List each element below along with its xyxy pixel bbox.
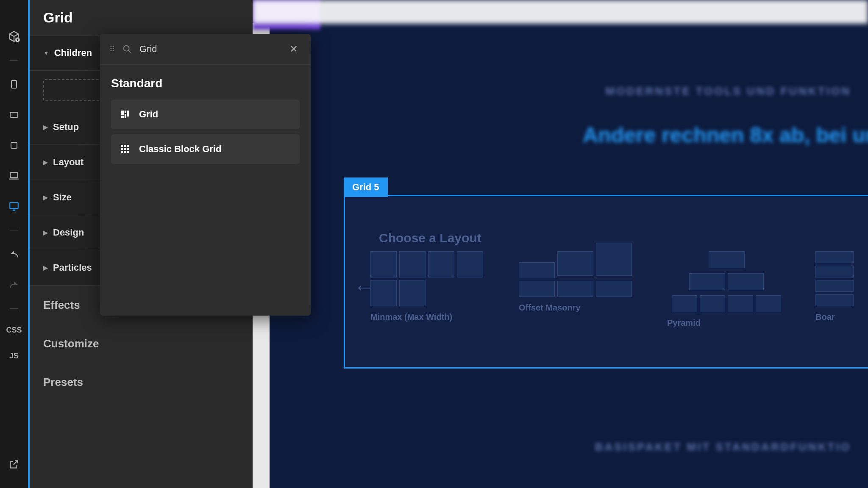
search-input[interactable] (139, 44, 278, 55)
canvas-blur-text: BASISPAKET MIT STANDARDFUNKTIO (595, 441, 851, 454)
canvas-bg-topbar (253, 0, 868, 24)
close-icon[interactable]: ✕ (286, 42, 301, 57)
svg-rect-16 (124, 148, 126, 150)
svg-rect-20 (127, 151, 129, 153)
rail-separator (10, 230, 18, 230)
rail-separator (10, 60, 18, 61)
layout-name: Pyramid (667, 318, 786, 328)
layout-name: Minmax (Max Width) (370, 312, 489, 322)
section-label: Setup (53, 122, 79, 133)
svg-rect-13 (124, 145, 126, 147)
selected-element-outline[interactable]: Grid 5 Choose a Layout ⟵ Minmax (Max Wid… (344, 195, 868, 369)
layout-options-row: Minmax (Max Width) Offset Masonry (370, 251, 868, 328)
svg-rect-11 (125, 114, 126, 118)
layout-option-minmax[interactable]: Minmax (Max Width) (370, 251, 489, 322)
canvas-blur-headline: Andere rechnen 8x ab, bei uns l (583, 123, 868, 147)
result-grid[interactable]: Grid (111, 100, 300, 129)
canvas[interactable]: MODERNSTE TOOLS UND FUNKTION Andere rech… (253, 0, 868, 488)
drag-handle-icon[interactable]: ⠿ (109, 44, 115, 54)
layout-name: Boar (815, 312, 858, 322)
section-label: Size (53, 192, 72, 203)
section-presets[interactable]: Presets (30, 363, 253, 402)
canvas-blur-text: MODERNSTE TOOLS UND FUNKTION (605, 85, 851, 98)
undo-icon[interactable] (7, 247, 21, 261)
choose-layout-title: Choose a Layout (379, 231, 481, 245)
svg-rect-18 (121, 151, 123, 153)
section-label: Children (54, 47, 92, 58)
caret-right-icon: ▶ (43, 229, 48, 236)
css-button[interactable]: CSS (6, 326, 22, 335)
svg-rect-3 (11, 142, 17, 148)
rail-separator (10, 308, 18, 309)
selection-label[interactable]: Grid 5 (344, 177, 388, 197)
section-customize[interactable]: Customize (30, 324, 253, 363)
svg-rect-17 (127, 148, 129, 150)
svg-rect-5 (10, 202, 18, 208)
device-tablet-icon[interactable] (7, 78, 21, 91)
layout-name: Offset Masonry (519, 303, 637, 313)
layout-option-board[interactable]: Boar (815, 251, 858, 322)
search-icon (122, 44, 132, 54)
svg-point-6 (124, 46, 129, 51)
layout-preview (815, 251, 858, 306)
device-desktop-icon[interactable] (7, 200, 21, 213)
block-grid-icon (120, 144, 131, 155)
svg-rect-12 (121, 145, 123, 147)
grid-icon (120, 109, 131, 120)
section-label: Layout (53, 157, 83, 168)
svg-rect-10 (121, 116, 124, 118)
svg-rect-4 (10, 172, 17, 177)
device-landscape-icon[interactable] (7, 108, 21, 122)
layout-preview (519, 251, 637, 297)
search-bar: ⠿ ✕ (100, 34, 311, 65)
layout-preview (667, 251, 786, 312)
svg-rect-15 (121, 148, 123, 150)
redo-icon[interactable] (7, 278, 21, 291)
layout-preview (370, 251, 489, 306)
results-section-title: Standard (111, 77, 300, 90)
add-cube-icon[interactable] (7, 30, 21, 43)
caret-down-icon: ▼ (43, 50, 49, 56)
device-square-icon[interactable] (7, 139, 21, 152)
caret-right-icon: ▶ (43, 194, 48, 201)
svg-rect-1 (11, 80, 17, 88)
result-classic-block-grid[interactable]: Classic Block Grid (111, 134, 300, 164)
svg-rect-7 (121, 111, 124, 115)
svg-rect-9 (127, 111, 129, 116)
layout-option-masonry[interactable]: Offset Masonry (519, 251, 637, 313)
js-button[interactable]: JS (9, 352, 19, 360)
device-laptop-icon[interactable] (7, 169, 21, 183)
svg-rect-19 (124, 151, 126, 153)
caret-right-icon: ▶ (43, 264, 48, 271)
result-label: Classic Block Grid (139, 144, 221, 155)
svg-rect-8 (125, 111, 126, 113)
caret-right-icon: ▶ (43, 124, 48, 130)
popup-results: Standard Grid Classic Block Grid (100, 65, 311, 181)
element-search-popup: ⠿ ✕ Standard Grid Classic Block Grid (100, 34, 311, 316)
icon-rail: CSS JS (0, 0, 28, 488)
caret-right-icon: ▶ (43, 159, 48, 166)
layout-option-pyramid[interactable]: Pyramid (667, 251, 786, 328)
external-link-icon[interactable] (7, 458, 21, 471)
section-label: Design (53, 227, 84, 238)
svg-rect-14 (127, 145, 129, 147)
result-label: Grid (139, 109, 158, 120)
svg-rect-2 (10, 112, 18, 117)
section-label: Particles (53, 262, 92, 273)
panel-title: Grid (30, 0, 253, 35)
